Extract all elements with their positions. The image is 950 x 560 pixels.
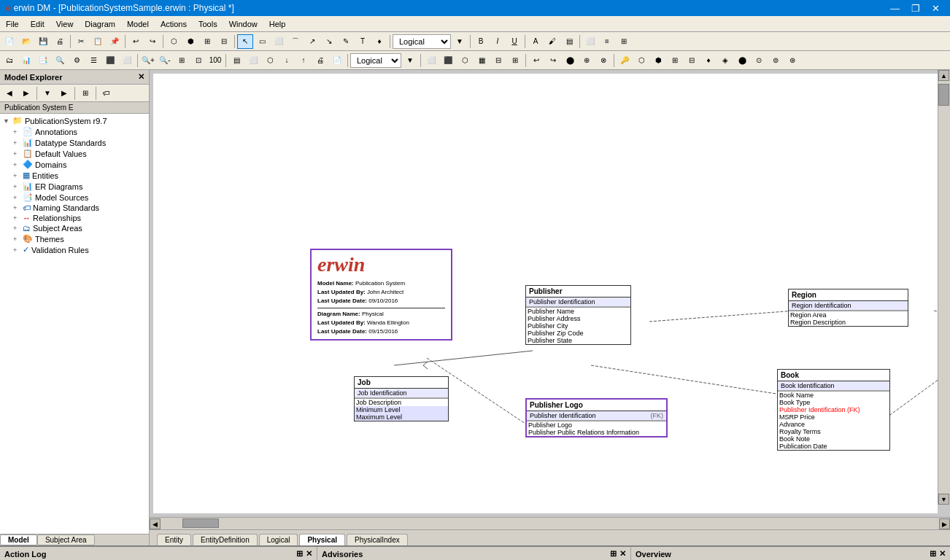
tb2-extra10[interactable]: ⊕: [579, 53, 595, 68]
model-tab[interactable]: Model: [0, 534, 37, 545]
tb2-extra2[interactable]: ⬛: [440, 53, 456, 68]
title-bar-controls[interactable]: — ❐ ✕: [886, 3, 944, 14]
page-btn7[interactable]: 📄: [329, 53, 345, 68]
advisories-float-btn[interactable]: ⊞: [610, 549, 617, 559]
color-btn1[interactable]: A: [528, 34, 544, 49]
undo-btn[interactable]: ↩: [128, 34, 144, 49]
menu-actions[interactable]: Actions: [155, 18, 193, 30]
tree-datatype-standards[interactable]: + 📊 Datatype Standards: [12, 137, 147, 148]
page-btn4[interactable]: ↓: [279, 53, 295, 68]
tab-logical[interactable]: Logical: [259, 534, 298, 545]
tb2-extra17[interactable]: ♦: [700, 53, 717, 68]
tb2-btn5[interactable]: ⚙: [69, 53, 85, 68]
view-dropdown-arrow[interactable]: ▼: [452, 34, 468, 49]
tb2-btn3[interactable]: 📑: [35, 53, 51, 68]
tree-subject-areas[interactable]: + 🗂 Subject Areas: [12, 223, 147, 233]
tb2-btn2[interactable]: 📊: [18, 53, 34, 68]
tb2-extra20[interactable]: ⊙: [751, 53, 767, 68]
tree-root[interactable]: ▼ 📁 PublicationSystem r9.7: [1, 115, 147, 126]
tb2-extra21[interactable]: ⊚: [768, 53, 784, 68]
align-btn2[interactable]: ≡: [599, 34, 615, 49]
menu-model[interactable]: Model: [121, 18, 155, 30]
tab-physical-index[interactable]: PhysicalIndex: [347, 534, 408, 545]
zoom-out-btn[interactable]: 🔍-: [157, 53, 173, 68]
tb2-extra3[interactable]: ⬡: [457, 53, 473, 68]
zoom-fit-btn[interactable]: ⊞: [174, 53, 190, 68]
tb2-extra15[interactable]: ⊞: [667, 53, 683, 68]
scroll-down-btn[interactable]: ▼: [938, 494, 949, 505]
menu-help[interactable]: Help: [263, 18, 292, 30]
canvas-scrollbar-h[interactable]: ◀ ▶: [150, 517, 950, 529]
action-log-close-btn[interactable]: ✕: [306, 549, 312, 559]
canvas-scrollbar-v[interactable]: ▲ ▼: [938, 70, 950, 505]
logical-dropdown-arrow[interactable]: ▼: [402, 53, 418, 68]
menu-view[interactable]: View: [50, 18, 80, 30]
scroll-thumb-v[interactable]: [938, 84, 949, 106]
draw-btn8[interactable]: ♦: [371, 34, 387, 49]
pointer-btn[interactable]: ↖: [237, 34, 253, 49]
menu-tools[interactable]: Tools: [193, 18, 223, 30]
page-btn5[interactable]: ↑: [296, 53, 312, 68]
scroll-up-btn[interactable]: ▲: [938, 70, 949, 81]
draw-btn5[interactable]: ↘: [321, 34, 337, 49]
job-entity[interactable]: Job Job Identification Job Description M…: [354, 376, 449, 421]
overview-close-btn[interactable]: ✕: [939, 549, 946, 559]
draw-btn7[interactable]: T: [355, 34, 371, 49]
tb2-extra4[interactable]: ▦: [474, 53, 490, 68]
tb2-btn1[interactable]: 🗂: [1, 53, 18, 68]
logical-dropdown[interactable]: Logical: [350, 53, 401, 68]
scroll-thumb-h[interactable]: [182, 518, 219, 528]
tb2-extra7[interactable]: ↩: [528, 53, 544, 68]
draw-btn6[interactable]: ✎: [338, 34, 354, 49]
zoom-custom-btn[interactable]: ⊡: [190, 53, 206, 68]
tb2-btn7[interactable]: ⬛: [102, 53, 118, 68]
menu-window[interactable]: Window: [223, 18, 263, 30]
color-btn3[interactable]: ▤: [561, 34, 577, 49]
menu-file[interactable]: File: [0, 18, 25, 30]
action-log-float-btn[interactable]: ⊞: [296, 549, 303, 559]
tree-entities[interactable]: + ▦ Entities: [12, 170, 147, 181]
publisher-entity[interactable]: Publisher Publisher Identification Publi…: [525, 285, 631, 345]
tb2-extra12[interactable]: 🔑: [617, 53, 633, 68]
exp-grid-btn[interactable]: ⊞: [77, 86, 93, 101]
tb2-extra22[interactable]: ⊛: [784, 53, 800, 68]
color-btn2[interactable]: 🖌: [544, 34, 560, 49]
tb2-extra16[interactable]: ⊟: [684, 53, 700, 68]
explorer-close-btn[interactable]: ✕: [138, 72, 144, 82]
redo-btn[interactable]: ↪: [144, 34, 161, 49]
tree-annotations[interactable]: + 📄 Annotations: [12, 126, 147, 137]
copy-btn[interactable]: 📋: [90, 34, 106, 49]
tb2-extra5[interactable]: ⊟: [490, 53, 506, 68]
view-dropdown[interactable]: Logical Physical Both: [393, 34, 451, 49]
exp-collapse-btn[interactable]: ▼: [39, 86, 55, 101]
exp-expand-btn[interactable]: ▶: [56, 86, 72, 101]
tree-validation-rules[interactable]: + ✓ Validation Rules: [12, 244, 147, 255]
subject-area-tab[interactable]: Subject Area: [37, 534, 95, 545]
tb2-extra14[interactable]: ⬢: [650, 53, 666, 68]
tab-physical[interactable]: Physical: [299, 534, 345, 545]
zoom-in-btn[interactable]: 🔍+: [140, 53, 156, 68]
tb2-extra8[interactable]: ↪: [545, 53, 561, 68]
tb2-extra9[interactable]: ⬤: [562, 53, 578, 68]
tree-naming-standards[interactable]: + 🏷 Naming Standards: [12, 203, 147, 213]
tb2-extra6[interactable]: ⊞: [507, 53, 523, 68]
scroll-left-btn[interactable]: ◀: [150, 518, 161, 529]
tb2-extra18[interactable]: ◈: [717, 53, 733, 68]
tree-default-values[interactable]: + 📋 Default Values: [12, 148, 147, 159]
draw-btn3[interactable]: ⌒: [287, 34, 304, 49]
align-btn3[interactable]: ⊞: [616, 34, 632, 49]
tb2-btn6[interactable]: ☰: [85, 53, 101, 68]
tb2-extra19[interactable]: ⬤: [734, 53, 750, 68]
toolbar-btn1[interactable]: ⬡: [166, 34, 182, 49]
page-btn6[interactable]: 🖨: [312, 53, 328, 68]
menu-edit[interactable]: Edit: [25, 18, 50, 30]
zoom-100-btn[interactable]: 100: [207, 53, 223, 68]
open-btn[interactable]: 📂: [18, 34, 34, 49]
overview-float-btn[interactable]: ⊞: [930, 549, 936, 559]
exp-back-btn[interactable]: ◀: [1, 86, 18, 101]
align-btn1[interactable]: ⬜: [582, 34, 598, 49]
font-btn3[interactable]: U: [506, 34, 522, 49]
paste-btn[interactable]: 📌: [107, 34, 123, 49]
tb2-extra1[interactable]: ⬜: [423, 53, 439, 68]
tree-model-sources[interactable]: + 📑 Model Sources: [12, 192, 147, 203]
